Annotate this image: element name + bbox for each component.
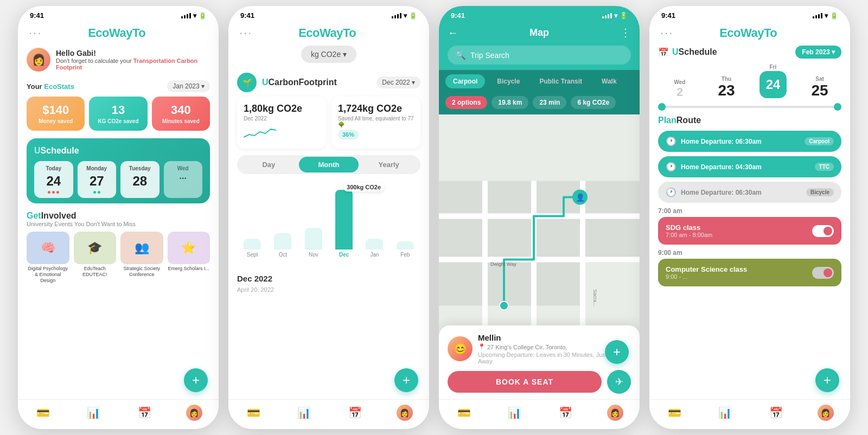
nav-calendar-1[interactable]: 📅: [136, 404, 154, 421]
nav-calendar-4[interactable]: 📅: [767, 404, 785, 421]
ucarbonfp-date[interactable]: Dec 2022 ▾: [376, 76, 420, 88]
slider-thumb-right[interactable]: [834, 103, 841, 111]
battery-icon-2: 🔋: [409, 12, 417, 20]
tab-carpool[interactable]: Carpool: [445, 74, 485, 88]
stat-money: $140 Money saved: [27, 97, 85, 131]
event-sdg-title: SDG class: [666, 223, 712, 232]
battery-icon-4: 🔋: [830, 12, 838, 20]
route-3[interactable]: 🕐 Home Departure: 06:30am Bicycle: [658, 182, 841, 203]
back-button[interactable]: ←: [448, 27, 458, 39]
fab-4[interactable]: +: [815, 368, 839, 392]
nav-avatar-4[interactable]: 👩: [818, 405, 834, 421]
feb-badge[interactable]: Feb 2023 ▾: [795, 46, 841, 59]
event-1[interactable]: 🧠 Digital Psychology & Emotional Design: [27, 232, 69, 283]
nav-calendar-2[interactable]: 📅: [346, 404, 364, 421]
event-cs-title: Computer Science class: [666, 265, 747, 273]
date-badge-1[interactable]: Jan 2023 ▾: [167, 80, 210, 92]
dec2022-title: Dec 2022: [237, 274, 420, 283]
get-involved-title: GetInvolved: [27, 211, 210, 221]
ecostats-title: Your EcoStats: [27, 82, 74, 91]
route-2[interactable]: 🕐 Home Departure: 04:30am TTC: [658, 156, 841, 177]
status-icons-3: ▾ 🔋: [602, 12, 628, 20]
date-monday[interactable]: Monday 27: [78, 161, 117, 198]
app-header-2: ··· EcoWayTo: [228, 22, 429, 42]
bar-jan: Jan: [366, 239, 383, 258]
cal-23[interactable]: Thu 23: [705, 76, 748, 98]
more-button[interactable]: ⋮: [620, 26, 631, 39]
event-4-img: ⭐: [168, 232, 210, 264]
carpool-info-card: 😊 Mellin 📍27 King's College Cir, Toronto…: [439, 325, 640, 399]
date-wed[interactable]: Wed ···: [164, 161, 203, 198]
svg-rect-13: [439, 257, 640, 263]
greeting-sub: Don't forget to calculate your Transport…: [56, 57, 210, 71]
nav-card-1[interactable]: 💳: [34, 404, 52, 421]
book-seat-button[interactable]: BOOK A SEAT: [448, 371, 602, 393]
tab-public-transit[interactable]: Public Transit: [532, 74, 590, 88]
calendar-icon: 📅: [658, 47, 669, 57]
event-2[interactable]: 🎓 EduTeach EDUTEAC!: [74, 232, 117, 283]
bar-sept: Sept: [244, 239, 261, 258]
ucarbonfp-avatar: 🌱: [237, 73, 257, 92]
get-involved-sub: University Events You Don't Want to Miss: [27, 221, 210, 227]
phone-1: 9:41 ▾ 🔋 ··· EcoWayTo 👩 Hello Gabi! Don'…: [18, 6, 219, 429]
tab-day[interactable]: Day: [239, 157, 299, 172]
nav-chart-2[interactable]: 📊: [295, 404, 313, 421]
date-tuesday[interactable]: Tuesday 28: [120, 161, 159, 198]
clock-icon-1: 🕐: [666, 136, 676, 146]
tab-walk[interactable]: Walk: [594, 74, 624, 88]
tab-yearly[interactable]: Yearly: [359, 157, 419, 172]
event-4[interactable]: ⭐ Emerg Scholars I...: [168, 232, 210, 283]
bar-nov: Nov: [305, 228, 322, 258]
bar-jan-bar: [366, 239, 383, 250]
period-tabs: Day Month Yearly: [237, 155, 420, 174]
uschedule-card-1: USchedule Today 24 Monday 27: [27, 138, 210, 203]
time-slider[interactable]: [658, 106, 841, 108]
tab-bicycle[interactable]: Bicycle: [489, 74, 527, 88]
toggle-sdg[interactable]: [812, 225, 834, 237]
cal-22[interactable]: Wed 2: [658, 79, 701, 98]
event-cs[interactable]: Computer Science class 9:00 - ...: [658, 259, 841, 286]
slider-thumb-left[interactable]: [658, 103, 666, 111]
event-3[interactable]: 👥 Strategic Society Conference: [120, 232, 163, 283]
fab-2[interactable]: +: [394, 368, 418, 392]
options-pill[interactable]: 2 options: [445, 96, 487, 109]
get-involved-section: GetInvolved University Events You Don't …: [27, 211, 210, 283]
nav-card-3[interactable]: 💳: [455, 404, 473, 421]
nav-avatar-3[interactable]: 👩: [607, 405, 623, 421]
nav-card-2[interactable]: 💳: [245, 404, 263, 421]
nav-avatar-1[interactable]: 👩: [186, 405, 202, 421]
event-sdg[interactable]: SDG class 7:00 am - 8:00am: [658, 217, 841, 245]
nav-chart-3[interactable]: 📊: [506, 404, 524, 421]
tab-month[interactable]: Month: [299, 157, 359, 172]
duration-pill: 23 min: [533, 96, 566, 109]
nav-avatar-2[interactable]: 👩: [397, 405, 413, 421]
co2-pill: 6 kg CO2e: [571, 96, 616, 109]
date-today[interactable]: Today 24: [34, 161, 73, 198]
date-dots-mon: [93, 191, 100, 194]
route-text-3: Home Departure: 06:30am: [681, 189, 802, 196]
search-input-box[interactable]: 🔍 Trip Search: [448, 46, 631, 65]
bottom-nav-3: 💳 📊 📅 👩: [439, 399, 640, 429]
cal-25[interactable]: Sat 25: [798, 76, 841, 98]
person-name: Mellin: [478, 333, 631, 342]
menu-dots-1[interactable]: ···: [29, 26, 42, 40]
stat-minutes-value: 340: [171, 103, 191, 117]
kg-badge[interactable]: kg CO2e ▾: [301, 46, 356, 63]
nav-chart-4[interactable]: 📊: [716, 404, 734, 421]
menu-dots-2[interactable]: ···: [239, 26, 252, 40]
route-1[interactable]: 🕐 Home Departure: 06:30am Carpool: [658, 131, 841, 152]
wifi-icon-3: ▾: [614, 12, 617, 20]
nav-chart-1[interactable]: 📊: [85, 404, 103, 421]
phone-2: 9:41 ▾ 🔋 ··· EcoWayTo kg CO2e ▾ 🌱 UCarbo…: [228, 6, 429, 429]
toggle-cs[interactable]: [812, 267, 834, 279]
fab-1[interactable]: +: [184, 368, 208, 392]
cal-24-active[interactable]: Fri 24: [751, 64, 795, 98]
person-avatar: 😊: [448, 336, 473, 361]
signal-bars-4: [813, 13, 822, 18]
nav-card-4[interactable]: 💳: [666, 404, 684, 421]
fab-3[interactable]: +: [605, 340, 629, 364]
app-header-4: ··· EcoWayTo: [649, 22, 850, 42]
nav-calendar-3[interactable]: 📅: [557, 404, 575, 421]
send-button[interactable]: ✈: [607, 370, 631, 394]
menu-dots-4[interactable]: ···: [660, 26, 673, 40]
